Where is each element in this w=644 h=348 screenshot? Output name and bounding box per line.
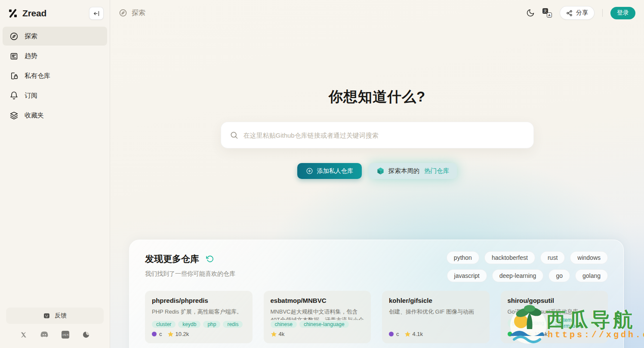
sidebar-item-explore[interactable]: 探索	[3, 27, 107, 46]
layers-icon	[9, 111, 18, 120]
collapse-left-icon	[93, 10, 100, 17]
star-icon	[404, 331, 411, 337]
topic-tag[interactable]: rust	[540, 251, 565, 264]
repo-meta: 4k	[271, 331, 364, 337]
topic-tag[interactable]: hacktoberfest	[484, 251, 535, 264]
repo-cards: phpredis/phpredis PHP Redis 扩展，高性能客户端库。 …	[145, 291, 608, 343]
main-content: 探索 文 A 分享 登录 你想知道什么?	[110, 0, 644, 348]
repo-tag[interactable]: chinese	[271, 321, 297, 328]
topic-tag[interactable]: go	[548, 269, 570, 282]
star-icon	[526, 331, 533, 337]
repo-tags: cluster keydb php redis	[152, 321, 246, 328]
discover-subtitle: 我们找到了一些你可能喜欢的仓库	[145, 270, 235, 278]
repo-card[interactable]: esbatmop/MNBVC MNBVC超大规模中文语料集，包含40T全领域文本…	[264, 291, 371, 343]
repo-name: kohler/gifsicle	[389, 297, 483, 304]
dark-mode-toggle[interactable]	[526, 9, 535, 17]
discord-icon[interactable]	[40, 331, 49, 338]
login-button[interactable]: 登录	[610, 7, 635, 19]
sidebar-item-favorites[interactable]: 收藏夹	[3, 106, 107, 125]
private-repo-icon	[9, 71, 18, 80]
language-dot	[508, 332, 512, 336]
topic-tag[interactable]: golang	[575, 269, 608, 282]
repo-card[interactable]: kohler/gifsicle 创建、操作和优化 GIF 图像与动画 c 4.1…	[382, 291, 490, 343]
repo-tag[interactable]: system-information	[551, 318, 601, 328]
app-title: Zread	[22, 8, 46, 18]
sidebar-item-label: 收藏夹	[25, 111, 44, 120]
repo-name: esbatmop/MNBVC	[271, 297, 364, 304]
repo-tag[interactable]: php	[203, 321, 220, 328]
sidebar-item-label: 趋势	[25, 52, 37, 60]
search-icon	[230, 131, 238, 139]
discover-header: 发现更多仓库 我们找到了一些你可能喜欢的仓库	[145, 253, 235, 278]
topic-tag[interactable]: javascript	[447, 269, 487, 282]
repo-meta: c 4.1k	[389, 331, 483, 337]
repo-card[interactable]: phpredis/phpredis PHP Redis 扩展，高性能客户端库。 …	[145, 291, 253, 343]
topic-tags: python hacktoberfest rust windows javasc…	[427, 251, 608, 282]
plus-circle-icon	[306, 167, 313, 175]
repo-tags: go golang system-information	[508, 318, 601, 328]
logo-row: Zread	[0, 0, 110, 26]
sidebar-item-label: 私有仓库	[25, 72, 50, 80]
repo-tag[interactable]: go	[508, 318, 522, 328]
breadcrumb-label: 探索	[132, 9, 145, 18]
collapse-sidebar-button[interactable]	[89, 7, 104, 20]
breadcrumb: 探索	[119, 9, 145, 18]
social-links: 小红书	[6, 324, 104, 343]
topbar-actions: 文 A 分享 登录	[526, 6, 635, 20]
sidebar-item-label: 订阅	[25, 92, 37, 100]
repo-name: phpredis/phpredis	[152, 297, 246, 304]
explore-hot-prefix: 探索本周的	[388, 167, 420, 175]
repo-description: 创建、操作和优化 GIF 图像与动画	[389, 308, 483, 320]
sidebar-item-private-repos[interactable]: 私有仓库	[3, 66, 107, 85]
repo-tag[interactable]: golang	[524, 318, 548, 328]
search-bar	[221, 122, 534, 148]
repo-tag[interactable]: redis	[223, 321, 243, 328]
sidebar-item-subscriptions[interactable]: 订阅	[3, 86, 107, 105]
repo-name: shirou/gopsutil	[508, 297, 601, 304]
language-dot	[389, 332, 394, 336]
discover-panel: 发现更多仓库 我们找到了一些你可能喜欢的仓库 python hacktoberf…	[129, 240, 624, 348]
star-icon	[271, 331, 277, 337]
hot-repos-link: 热门仓库	[424, 167, 449, 175]
repo-tags: chinese chinese-language	[271, 321, 364, 328]
star-count: 11.5k	[534, 331, 548, 337]
language-dot	[152, 332, 157, 336]
search-input[interactable]	[243, 132, 525, 139]
topic-tag[interactable]: windows	[570, 251, 608, 264]
topic-tag[interactable]: deep-learning	[492, 269, 544, 282]
news-icon	[9, 52, 18, 61]
zread-logo-icon	[8, 8, 18, 18]
repo-tag[interactable]: cluster	[152, 321, 176, 328]
x-twitter-icon[interactable]	[20, 331, 27, 339]
sidebar: Zread 探索	[0, 0, 110, 348]
repo-description: Go语言版的psutil系统信息库	[508, 308, 601, 317]
star-icon	[167, 331, 174, 337]
topic-tag[interactable]: python	[447, 251, 479, 264]
sidebar-bottom: 反馈 小红书	[0, 303, 110, 348]
sidebar-item-label: 探索	[25, 32, 37, 40]
moon-shape-social-icon[interactable]	[82, 331, 90, 339]
refresh-button[interactable]	[206, 255, 214, 263]
repo-description: PHP Redis 扩展，高性能客户端库。	[152, 308, 246, 320]
repo-tag[interactable]: chinese-language	[299, 321, 349, 328]
cta-row: 添加私人仓库 探索本周的 热门仓库	[110, 163, 644, 179]
xiaohongshu-icon[interactable]: 小红书	[62, 331, 69, 339]
star-count: 4.1k	[413, 331, 423, 337]
sidebar-item-trends[interactable]: 趋势	[3, 46, 107, 65]
language-label: c	[396, 331, 399, 337]
hot-cube-icon	[376, 167, 385, 175]
repo-card[interactable]: shirou/gopsutil Go语言版的psutil系统信息库 go gol…	[501, 291, 608, 343]
repo-description: MNBVC超大规模中文语料集，包含40T全领域文本数据，涵盖主流与小众文化。	[271, 308, 364, 320]
language-toggle[interactable]: 文 A	[542, 8, 552, 18]
language-label: go	[515, 331, 521, 337]
repo-tag[interactable]: keydb	[178, 321, 200, 328]
share-button[interactable]: 分享	[560, 6, 595, 20]
language-label: c	[159, 331, 162, 337]
divider	[602, 9, 603, 17]
add-private-repo-button[interactable]: 添加私人仓库	[297, 163, 362, 179]
repo-meta: go 11.5k	[508, 331, 601, 337]
explore-hot-repos-button[interactable]: 探索本周的 热门仓库	[369, 163, 457, 179]
star-count: 4k	[279, 331, 285, 337]
refresh-icon	[206, 255, 214, 263]
feedback-button[interactable]: 反馈	[6, 308, 104, 324]
